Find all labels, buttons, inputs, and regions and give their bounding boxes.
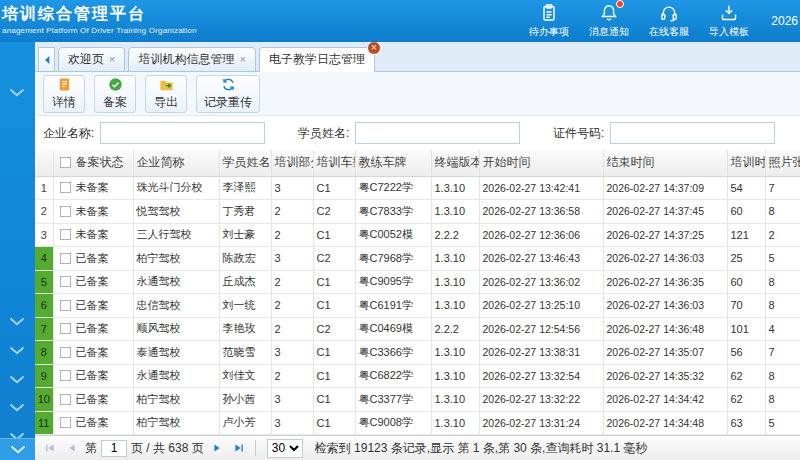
sidebar-bottom-toggle[interactable] xyxy=(0,438,35,460)
select-all-checkbox[interactable] xyxy=(59,157,71,169)
table-row[interactable]: 2未备案悦驾驾校丁秀君2C2粤C7833学1.3.102026-02-27 13… xyxy=(35,200,800,224)
column-header-label: 照片张数 xyxy=(769,155,800,169)
headset-icon xyxy=(659,3,679,23)
next-page-button[interactable] xyxy=(208,439,226,457)
cell: 刘士豪 xyxy=(219,223,271,247)
tab-close-icon[interactable]: × xyxy=(239,54,245,65)
table-row[interactable]: 4已备案柏宁驾校陈政宏3C2粤C7968学1.3.102026-02-27 13… xyxy=(35,247,800,271)
cell: C2 xyxy=(313,317,355,341)
page-size-select[interactable]: 30 xyxy=(267,439,303,458)
cell: 李艳玫 xyxy=(219,317,271,341)
cell: 丘成杰 xyxy=(219,270,271,294)
cell: 粤C3366学 xyxy=(355,341,431,365)
table-row[interactable]: 9已备案永通驾校刘佳文2C1粤C6822学1.3.102026-02-27 13… xyxy=(35,364,800,388)
row-checkbox[interactable] xyxy=(59,299,71,311)
retransmit-button[interactable]: 记录重传 xyxy=(196,75,260,113)
cell: 1.3.10 xyxy=(431,411,479,435)
student-name-input[interactable] xyxy=(355,122,520,144)
table-row[interactable]: 11已备案柏宁驾校卢小芳3C1粤C9008学1.3.102026-02-27 1… xyxy=(35,411,800,435)
cell: 珠光斗门分校 xyxy=(133,176,219,200)
export-button[interactable]: 导出 xyxy=(145,75,187,113)
tab-welcome[interactable]: 欢迎页× xyxy=(58,47,125,72)
cell: 8 xyxy=(765,200,800,224)
cell: 54 xyxy=(727,176,765,200)
detail-button[interactable]: 详情 xyxy=(43,75,85,113)
column-header-label: 培训车型 xyxy=(317,155,356,169)
row-number-cell: 6 xyxy=(35,294,53,318)
id-number-input[interactable] xyxy=(610,122,775,144)
cell: 2026-02-27 13:25:10 xyxy=(479,294,603,318)
tab-e-teaching-log-management[interactable]: 电子教学日志管理× xyxy=(259,47,375,72)
cell: 5 xyxy=(765,411,800,435)
table-row[interactable]: 6已备案忠信驾校刘一统2C1粤C6191学1.3.102026-02-27 13… xyxy=(35,294,800,318)
cell: C1 xyxy=(313,270,355,294)
first-page-button[interactable] xyxy=(41,439,59,457)
tabs: 欢迎页×培训机构信息管理×电子教学日志管理× xyxy=(58,46,378,71)
prev-page-button[interactable] xyxy=(63,439,81,457)
status-label: 未备案 xyxy=(76,205,109,217)
cell: C2 xyxy=(313,200,355,224)
table-row[interactable]: 1未备案珠光斗门分校李泽熙3C1粤C7222学1.3.102026-02-27 … xyxy=(35,176,800,200)
button-label: 导出 xyxy=(154,94,178,111)
filing-button[interactable]: 备案 xyxy=(94,75,136,113)
chevron-down-icon[interactable] xyxy=(9,375,25,384)
chevron-down-icon[interactable] xyxy=(9,346,25,355)
header-action-online-service[interactable]: 在线客服 xyxy=(646,3,692,39)
column-header-label: 教练车牌 xyxy=(359,155,407,169)
header-action-label: 消息通知 xyxy=(589,25,629,39)
tab-close-icon[interactable]: × xyxy=(109,54,115,65)
tab-label: 培训机构信息管理 xyxy=(138,51,234,68)
header-action-notifications[interactable]: 消息通知 xyxy=(586,3,632,39)
toolbar: 详情备案导出记录重传 xyxy=(35,72,800,116)
tab-scroll-left-button[interactable] xyxy=(38,47,55,72)
status-label: 未备案 xyxy=(76,181,109,193)
cell: 范晓雪 xyxy=(219,341,271,365)
cell: 2026-02-27 13:36:58 xyxy=(479,200,603,224)
cell: 2026-02-27 13:31:24 xyxy=(479,411,603,435)
cell: 陈政宏 xyxy=(219,247,271,271)
chevron-down-icon[interactable] xyxy=(9,88,25,97)
row-checkbox[interactable] xyxy=(59,182,71,194)
retransmit-icon xyxy=(221,77,236,92)
cell: 2026-02-27 14:35:32 xyxy=(603,364,727,388)
row-checkbox[interactable] xyxy=(59,346,71,358)
row-checkbox[interactable] xyxy=(59,205,71,217)
row-number-cell: 5 xyxy=(35,270,53,294)
cell: 2 xyxy=(765,223,800,247)
status-label: 未备案 xyxy=(76,228,109,240)
table-row[interactable]: 8已备案泰通驾校范晓雪3C1粤C3366学1.3.102026-02-27 13… xyxy=(35,341,800,365)
company-name-input[interactable] xyxy=(100,122,265,144)
cell: 7 xyxy=(765,176,800,200)
notification-badge xyxy=(616,0,624,8)
row-checkbox[interactable] xyxy=(59,417,71,429)
chevron-down-icon[interactable] xyxy=(9,403,25,412)
header-action-todo-items[interactable]: 待办事项 xyxy=(526,3,572,39)
cell: 粤C0052模 xyxy=(355,223,431,247)
table-row[interactable]: 7已备案顺风驾校李艳玫2C2粤C0469模2.2.22026-02-27 12:… xyxy=(35,317,800,341)
app-header: 培训综合管理平台 anagement Platform Of Driver Tr… xyxy=(0,0,800,42)
status-label: 已备案 xyxy=(76,416,109,428)
table-row[interactable]: 3未备案三人行驾校刘士豪2C1粤C0052模2.2.22026-02-27 12… xyxy=(35,223,800,247)
row-checkbox[interactable] xyxy=(59,323,71,335)
tab-close-icon[interactable]: × xyxy=(367,42,381,55)
filing-icon xyxy=(108,77,123,92)
row-checkbox[interactable] xyxy=(59,229,71,241)
row-checkbox[interactable] xyxy=(59,393,71,405)
tab-org-info-management[interactable]: 培训机构信息管理× xyxy=(128,47,255,72)
cell: 粤C3377学 xyxy=(355,388,431,412)
page-number-input[interactable] xyxy=(101,440,127,457)
cell: 3 xyxy=(271,411,313,435)
last-page-button[interactable] xyxy=(230,439,248,457)
cell: 101 xyxy=(727,317,765,341)
cell: 2026-02-27 14:37:25 xyxy=(603,223,727,247)
chevron-down-icon[interactable] xyxy=(9,317,25,326)
app-subtitle: anagement Platform Of Driver Training Or… xyxy=(2,26,197,35)
header-action-import-template[interactable]: 导入模板 xyxy=(706,3,752,39)
row-checkbox[interactable] xyxy=(59,252,71,264)
table-row[interactable]: 5已备案永通驾校丘成杰2C1粤C9095学1.3.102026-02-27 13… xyxy=(35,270,800,294)
cell: 2026-02-27 13:42:41 xyxy=(479,176,603,200)
status-cell: 未备案 xyxy=(53,223,133,247)
row-checkbox[interactable] xyxy=(59,276,71,288)
row-checkbox[interactable] xyxy=(59,370,71,382)
table-row[interactable]: 10已备案柏宁驾校孙小茜3C1粤C3377学1.3.102026-02-27 1… xyxy=(35,388,800,412)
